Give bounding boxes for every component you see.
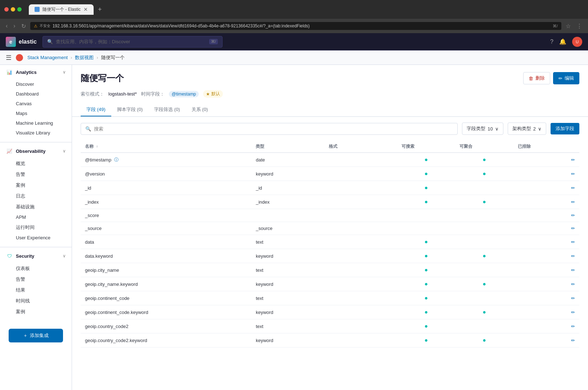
reload-button[interactable]: ↻	[20, 21, 27, 31]
schema-type-label: 架构类型	[512, 125, 531, 132]
table-row: _score✏	[81, 209, 579, 222]
field-name-text: geoip.city_name	[85, 267, 119, 273]
field-actions-cell: ✏	[567, 277, 579, 291]
sidebar-item-user-experience[interactable]: User Experience	[0, 233, 72, 243]
forward-button[interactable]: ›	[12, 21, 17, 31]
tab-relationships[interactable]: 关系 (0)	[186, 103, 214, 116]
field-edit-icon[interactable]: ✏	[571, 226, 575, 231]
browser-tab[interactable]: 随便写一个 - Elastic ✕	[29, 4, 94, 15]
breadcrumb-data-views[interactable]: 数据视图	[75, 54, 94, 61]
notifications-icon[interactable]: 🔔	[559, 38, 566, 45]
minimize-window-button[interactable]	[11, 7, 15, 12]
back-button[interactable]: ‹	[4, 21, 9, 31]
field-name-text: geoip.country_code2	[85, 324, 129, 329]
field-search-container[interactable]: 🔍	[81, 123, 458, 135]
bookmark-button[interactable]: ☆	[564, 21, 572, 31]
table-row: geoip.continent_code.keywordkeyword●●✏	[81, 305, 579, 319]
tab-fields[interactable]: 字段 (49)	[81, 103, 111, 116]
sidebar-item-cases[interactable]: 案例	[0, 180, 72, 191]
tab-scripted-fields[interactable]: 脚本字段 (0)	[111, 103, 149, 116]
breadcrumb-current-page: 随便写一个	[101, 54, 125, 61]
field-type-filter[interactable]: 字段类型 10 ∨	[462, 123, 503, 135]
aggregatable-indicator: ●	[459, 337, 509, 344]
field-edit-icon[interactable]: ✏	[571, 157, 575, 163]
field-type-cell: date	[251, 153, 324, 167]
field-type-cell: _index	[251, 195, 324, 209]
field-edit-icon[interactable]: ✏	[571, 324, 575, 329]
field-edit-icon[interactable]: ✏	[571, 185, 575, 191]
sidebar-item-results[interactable]: 结果	[0, 285, 72, 296]
field-name-text: geoip.continent_code	[85, 296, 130, 301]
sidebar-item-canvas[interactable]: Canvas	[0, 99, 72, 108]
app-header: e elastic 🔍 查找应用、内容等，例如：Discover ⌘/ ? 🔔 …	[0, 33, 588, 50]
field-edit-icon[interactable]: ✏	[571, 310, 575, 315]
field-format-cell	[324, 333, 397, 347]
delete-button[interactable]: 🗑 删除	[523, 72, 550, 84]
add-field-button[interactable]: 添加字段	[551, 123, 579, 134]
tab-close-button[interactable]: ✕	[84, 6, 88, 12]
sidebar-item-maps[interactable]: Maps	[0, 108, 72, 118]
sidebar-item-visualize-library[interactable]: Visualize Library	[0, 128, 72, 138]
new-tab-button[interactable]: +	[98, 6, 102, 13]
field-type-cell: _id	[251, 181, 324, 195]
url-text: 192.168.3.16:5601/app/management/kibana/…	[53, 23, 310, 28]
sidebar-item-logs[interactable]: 日志	[0, 191, 72, 201]
field-name-cell: geoip.city_name.keyword	[81, 277, 251, 291]
sidebar-observability-header[interactable]: 📈 Observability ∨	[0, 144, 72, 158]
sidebar-item-alerts-sec[interactable]: 告警	[0, 274, 72, 285]
field-edit-icon[interactable]: ✏	[571, 282, 575, 287]
tab-field-filters[interactable]: 字段筛选 (0)	[148, 103, 186, 116]
add-integration-button[interactable]: ＋ 添加集成	[9, 329, 63, 342]
sidebar-item-overview[interactable]: 概览	[0, 158, 72, 169]
sidebar-item-machine-learning[interactable]: Machine Learning	[0, 118, 72, 128]
edit-button[interactable]: ✏ 编辑	[553, 72, 579, 84]
sidebar-item-discover[interactable]: Discover	[0, 79, 72, 89]
global-search[interactable]: 🔍 查找应用、内容等，例如：Discover ⌘/	[42, 36, 223, 48]
user-avatar[interactable]: U	[572, 37, 582, 47]
field-type-cell: text	[251, 235, 324, 249]
elastic-logo[interactable]: e elastic	[6, 37, 37, 47]
field-edit-icon[interactable]: ✏	[571, 171, 575, 177]
schema-type-filter[interactable]: 架构类型 2 ∨	[508, 123, 546, 135]
sidebar-item-infrastructure[interactable]: 基础设施	[0, 201, 72, 212]
more-options-button[interactable]: ⋮	[575, 21, 584, 31]
sidebar-item-dashboard[interactable]: Dashboard	[0, 89, 72, 99]
sidebar-item-dashboard-sec[interactable]: 仪表板	[0, 263, 72, 274]
info-icon[interactable]: ⓘ	[114, 157, 118, 163]
menu-toggle-button[interactable]: ☰	[6, 54, 12, 62]
sidebar-security-header[interactable]: 🛡 Security ∨	[0, 249, 72, 263]
field-aggregatable-cell	[455, 291, 513, 305]
field-excluded-cell	[513, 195, 567, 209]
help-icon[interactable]: ?	[550, 39, 553, 45]
field-edit-icon[interactable]: ✏	[571, 267, 575, 273]
field-format-cell	[324, 263, 397, 277]
close-window-button[interactable]	[4, 7, 9, 12]
field-name-cell: geoip.country_code2.keyword	[81, 333, 251, 347]
field-name-cell: @version	[81, 167, 251, 181]
field-edit-icon[interactable]: ✏	[571, 253, 575, 259]
field-edit-icon[interactable]: ✏	[571, 239, 575, 245]
field-edit-icon[interactable]: ✏	[571, 296, 575, 301]
maximize-window-button[interactable]	[17, 7, 22, 12]
sidebar-item-uptime[interactable]: 运行时间	[0, 222, 72, 233]
field-type-cell	[251, 209, 324, 222]
field-edit-icon[interactable]: ✏	[571, 199, 575, 205]
security-icon: ⚠	[34, 24, 37, 28]
field-search-input[interactable]	[94, 126, 453, 132]
field-type-cell: text	[251, 319, 324, 333]
breadcrumb-stack-management[interactable]: Stack Management	[27, 55, 68, 60]
sidebar-item-timeline[interactable]: 时间线	[0, 296, 72, 306]
field-edit-icon[interactable]: ✏	[571, 338, 575, 343]
field-name-cell: _id	[81, 181, 251, 195]
field-edit-icon[interactable]: ✏	[571, 213, 575, 218]
sidebar-item-apm[interactable]: APM	[0, 212, 72, 222]
sidebar-item-alerts[interactable]: 告警	[0, 169, 72, 180]
field-type-cell: text	[251, 291, 324, 305]
sort-icon-name[interactable]: ↑	[96, 145, 98, 149]
field-searchable-cell: ●	[397, 319, 455, 333]
address-bar[interactable]: ⚠ 不安全 192.168.3.16:5601/app/management/k…	[30, 22, 561, 30]
sidebar-item-cases-sec[interactable]: 案例	[0, 306, 72, 317]
sidebar-analytics-header[interactable]: 📊 Analytics ∨	[0, 65, 72, 79]
field-aggregatable-cell: ●	[455, 305, 513, 319]
field-name-text: @timestamp	[85, 157, 111, 163]
